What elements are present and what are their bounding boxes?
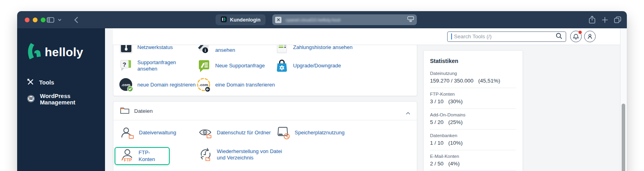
notifications-button[interactable] [570,31,582,42]
svg-text:.com: .com [121,83,130,87]
reader-icon[interactable] [407,16,414,24]
files-item-wiederherstellung[interactable]: Wiederherstellung von Datei und Verzeich… [198,147,287,165]
scrollbar-thumb[interactable] [622,104,625,171]
svg-text:?: ? [123,61,126,68]
tab-label: Kundenlogin [230,17,260,23]
quick-tools-card: Netzwerkstatus i ansehen Za [113,45,417,96]
new-tab-icon[interactable] [602,17,608,23]
sidebar-item-wordpress[interactable]: W WordPress Management [17,90,105,109]
files-item-label: Wiederherstellung von Datei und Verzeich… [217,148,287,161]
sidebar-item-label: Tools [39,79,54,86]
stat-row-dateinutzung: Dateinutzung 159.270 / 350.000(45,51%) [430,67,516,88]
text-caret [451,33,452,39]
helloly-logo-icon [26,42,41,63]
dotcom-transfer-icon: .com [196,77,212,92]
tab-overview-icon[interactable] [614,16,621,23]
tool-item-upgrade-downgrade[interactable]: Upgrade/Downgrade [274,59,341,73]
chevron-up-icon[interactable] [406,109,410,116]
stat-value: 1 / 10(10%) [430,140,516,146]
user-icon [587,33,593,39]
helloly-favicon [221,16,227,24]
files-section-header[interactable]: Dateien [113,102,417,120]
tool-label: Neue Supportanfrage [215,63,265,69]
shopping-bag-gear-icon [274,59,289,73]
sidebar-item-label: WordPress Management [40,93,105,106]
stat-value: 2 / 50(4%) [430,161,516,167]
svg-text:i: i [204,48,206,53]
stat-label: Datenbanken [430,133,516,138]
zoom-window-button[interactable] [41,18,46,22]
wordpress-icon: W [27,95,35,104]
close-tab-icon[interactable] [275,17,281,23]
search-placeholder: Search Tools (/) [454,33,554,39]
search-input[interactable]: Search Tools (/) [447,31,566,42]
tool-label: ansehen [215,47,235,53]
disk-usage-icon [276,126,291,140]
app-sidebar: helloly Tools W WordPress Management [17,28,105,171]
tab-bar: Kundenlogin cpanel.cloud10.helloly.host [216,14,417,25]
stat-row-ftp-konten: FTP-Konten 3 / 10(30%) [430,88,516,108]
files-item-dateiverwaltung[interactable]: Dateiverwaltung [120,126,198,140]
files-section-title: Dateien [134,108,153,114]
files-item-label: Dateiverwaltung [139,130,176,136]
new-ticket-icon [196,59,212,73]
tool-item-neue-supportanfrage[interactable]: Neue Supportanfrage [196,59,274,73]
stat-value: 5 / 20(25%) [430,119,516,125]
statistics-title: Statistiken [430,58,516,64]
sidebar-item-tools[interactable]: Tools [17,75,105,90]
stat-value: 159.270 / 350.000(45,51%) [430,78,516,84]
back-button[interactable] [74,17,78,23]
vertical-scrollbar[interactable] [620,28,627,171]
tool-item-domain-transferieren[interactable]: .com eine Domain transferieren [196,77,275,92]
stat-row-datenbanken: Datenbanken 1 / 10(10%) [430,129,516,150]
tool-label: Supportanfragen ansehen [137,59,196,73]
tool-item-zahlungshistorie[interactable]: Zahlungshistorie ansehen [274,45,353,54]
tool-label: Upgrade/Downgrade [293,63,341,69]
svg-text:.com: .com [199,83,208,87]
eye-folder-icon [198,127,213,140]
share-icon[interactable] [589,16,596,24]
tool-item-ansehen[interactable]: i ansehen [196,45,274,54]
tool-label: eine Domain transferieren [215,82,275,88]
stat-label: Dateinutzung [430,71,516,76]
stat-label: FTP-Konten [430,92,516,96]
cpanel-header: Search Tools (/) [113,28,620,45]
user-menu-button[interactable] [584,31,596,42]
tool-item-domain-registrieren[interactable]: .com neue Domain registrieren [119,77,196,92]
user-folder-icon [120,126,135,140]
ftp-user-icon: FTP [120,148,135,164]
files-item-label: FTP-Konten [139,149,166,163]
document-info-icon: i [196,45,212,54]
tool-item-supportanfragen[interactable]: ? Supportanfragen ansehen [119,59,196,73]
stat-label: Add-On-Domains [430,112,516,117]
files-item-label: Speicherplatznutzung [295,130,345,136]
billing-history-icon [274,45,289,54]
network-status-icon [119,45,134,54]
cpanel-main: Search Tools (/) [105,28,627,171]
stat-row-addon-domains: Add-On-Domains 5 / 20(25%) [430,108,516,129]
files-item-ftp-konten-highlighted[interactable]: FTP FTP-Konten [115,147,170,165]
chevron-down-icon[interactable] [58,19,61,21]
folder-icon [120,106,129,116]
restore-icon [198,147,213,162]
tab-cpanel-active[interactable]: cpanel.cloud10.helloly.host [272,14,417,25]
tool-item-netzwerkstatus[interactable]: Netzwerkstatus [119,45,196,54]
browser-window: Kundenlogin cpanel.cloud10.helloly.host [17,11,627,171]
tab-kundenlogin[interactable]: Kundenlogin [216,14,266,25]
svg-text:W: W [29,96,33,101]
files-item-label: Datenschutz für Ordner [217,130,271,136]
helloly-logo: helloly [26,42,105,63]
files-item-speicherplatz[interactable]: Speicherplatznutzung [276,126,345,140]
tool-label: neue Domain registrieren [137,82,196,88]
stat-row-email-konten: E-Mail-Konten 2 / 50(4%) [430,150,516,171]
traffic-lights [25,11,46,28]
files-item-datenschutz[interactable]: Datenschutz für Ordner [198,126,276,140]
tool-label: Netzwerkstatus [137,45,173,51]
close-window-button[interactable] [25,18,30,22]
sidebar-toggle-icon[interactable] [47,17,54,23]
logo-wordmark: helloly [45,45,83,59]
support-tickets-icon: ? [119,59,134,73]
search-icon[interactable] [556,33,562,41]
tools-icon [27,79,34,86]
minimize-window-button[interactable] [33,18,38,22]
